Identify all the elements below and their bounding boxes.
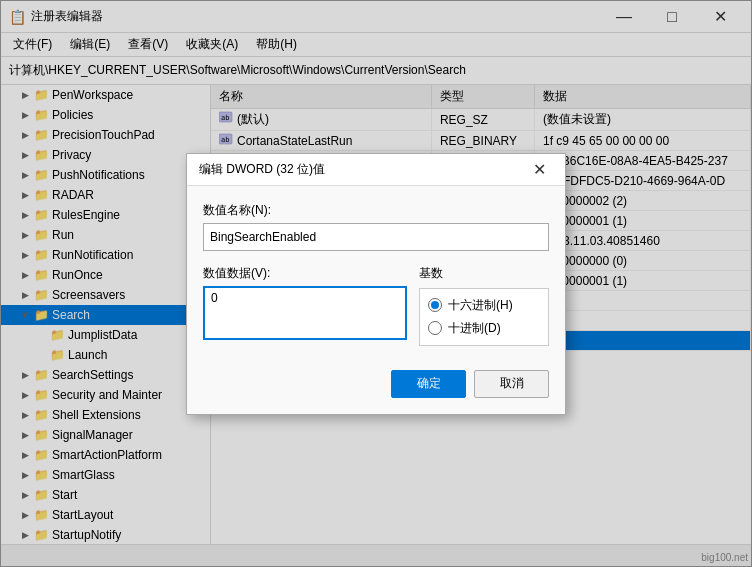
- modal-footer: 确定 取消: [187, 362, 565, 414]
- hex-label: 十六进制(H): [448, 297, 513, 314]
- base-section: 基数 十六进制(H) 十进制(D): [419, 265, 549, 346]
- radio-hex[interactable]: 十六进制(H): [428, 297, 540, 314]
- ok-button[interactable]: 确定: [391, 370, 466, 398]
- modal-body: 数值名称(N): 数值数据(V): 基数 十: [187, 186, 565, 362]
- modal-close-button[interactable]: ✕: [525, 157, 553, 181]
- base-label: 基数: [419, 265, 549, 282]
- data-input-container[interactable]: [203, 286, 407, 340]
- radio-dec[interactable]: 十进制(D): [428, 320, 540, 337]
- cancel-button[interactable]: 取消: [474, 370, 549, 398]
- data-label: 数值数据(V):: [203, 265, 407, 282]
- name-label: 数值名称(N):: [203, 202, 549, 219]
- name-input[interactable]: [203, 223, 549, 251]
- modal-dialog: 编辑 DWORD (32 位)值 ✕ 数值名称(N): 数值数据(V): 基数: [186, 153, 566, 415]
- modal-data-row: 数值数据(V): 基数 十六进制(H): [203, 265, 549, 346]
- modal-overlay: 编辑 DWORD (32 位)值 ✕ 数值名称(N): 数值数据(V): 基数: [0, 0, 752, 567]
- hex-radio-indicator: [428, 298, 442, 312]
- dec-label: 十进制(D): [448, 320, 501, 337]
- modal-title-bar: 编辑 DWORD (32 位)值 ✕: [187, 154, 565, 186]
- data-section: 数值数据(V):: [203, 265, 407, 346]
- radio-group: 十六进制(H) 十进制(D): [419, 288, 549, 346]
- modal-title: 编辑 DWORD (32 位)值: [199, 161, 525, 178]
- dec-radio-indicator: [428, 321, 442, 335]
- data-input[interactable]: [211, 291, 399, 305]
